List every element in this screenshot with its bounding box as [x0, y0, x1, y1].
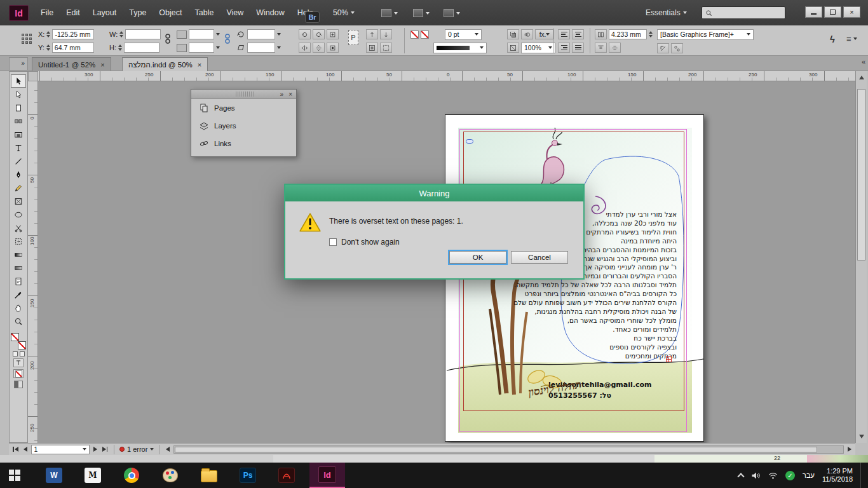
formatting-affects-text-button[interactable] — [13, 358, 24, 367]
tab-hamlatza-indd[interactable]: המלצה.indd @ 50% × — [122, 57, 208, 71]
quick-apply-button[interactable]: ϟ — [830, 33, 835, 44]
ok-button[interactable]: OK — [449, 251, 506, 264]
panel-item-pages[interactable]: Pages — [191, 99, 296, 117]
menu-table[interactable]: Table — [188, 0, 220, 25]
ruler-origin-corner[interactable] — [28, 71, 38, 81]
previous-page-button[interactable] — [22, 445, 29, 453]
dont-show-again-row[interactable]: Don't show again — [329, 238, 400, 247]
taskbar-chrome[interactable] — [118, 463, 146, 488]
menu-object[interactable]: Object — [153, 0, 188, 25]
apply-none-button[interactable] — [13, 369, 24, 378]
first-page-button[interactable] — [11, 445, 20, 453]
content-collector-tool[interactable] — [11, 128, 26, 141]
taskbar-photoshop[interactable]: Ps — [234, 463, 262, 488]
fit-content-button[interactable] — [366, 43, 378, 53]
bridge-button[interactable]: Br — [305, 11, 320, 23]
swap-swatch-icon[interactable] — [20, 351, 25, 356]
x-stepper[interactable] — [46, 31, 50, 37]
break-link-style-button[interactable] — [671, 43, 683, 53]
background-window-strip[interactable]: 22 — [0, 455, 868, 463]
default-swap-swatches[interactable] — [10, 351, 27, 356]
direct-selection-tool[interactable] — [11, 88, 26, 101]
flip-horizontal-button[interactable] — [299, 43, 311, 53]
gradient-feather-tool[interactable] — [11, 261, 26, 274]
reference-point-proxy[interactable] — [22, 33, 32, 44]
panel-close-icon[interactable]: × — [288, 91, 292, 98]
panel-item-links[interactable]: Links — [191, 135, 296, 152]
align-left-button[interactable] — [558, 29, 570, 39]
stroke-type-dropdown[interactable] — [433, 43, 487, 53]
taskbar-mail[interactable]: M — [79, 463, 107, 488]
volume-icon[interactable] — [751, 471, 761, 480]
select-container-button[interactable] — [327, 29, 339, 39]
scale-y-field[interactable] — [189, 43, 214, 53]
view-options-dropdown[interactable] — [381, 9, 398, 17]
constrain-proportions-toggle[interactable] — [164, 33, 172, 44]
tab-close-icon[interactable]: × — [100, 61, 104, 69]
stroke-weight-dropdown[interactable]: 0 pt — [445, 29, 482, 40]
effects-dropdown[interactable]: fx. — [535, 29, 554, 39]
vertical-ruler[interactable]: 0 50 100 150 200 250 — [28, 81, 38, 443]
panel-collapse-icon[interactable]: » — [280, 91, 284, 98]
line-tool[interactable] — [11, 154, 26, 168]
dont-show-again-checkbox[interactable] — [329, 238, 337, 246]
background-window-image[interactable] — [807, 455, 868, 463]
ellipse-tool[interactable] — [11, 208, 26, 221]
selection-tool[interactable] — [11, 74, 26, 88]
zoom-level-dropdown[interactable]: 50% — [333, 8, 355, 17]
menu-window[interactable]: Window — [250, 0, 290, 25]
gutter-stepper[interactable] — [649, 31, 653, 37]
shear-angle-field[interactable] — [247, 43, 275, 53]
eyedropper-tool[interactable] — [11, 288, 26, 301]
hidden-icons-chevron-icon[interactable] — [737, 473, 744, 480]
minimize-button[interactable] — [805, 6, 822, 18]
scroll-left-button[interactable] — [165, 445, 171, 453]
taskbar-acrobat[interactable] — [273, 463, 301, 488]
fit-frame-button[interactable] — [380, 43, 392, 53]
height-field[interactable] — [124, 43, 159, 53]
taskbar-word[interactable]: W — [40, 463, 68, 488]
horizontal-ruler[interactable]: 300 250 200 150 100 50 0 50 100 150 200 … — [38, 71, 855, 81]
overset-text-indicator[interactable] — [666, 356, 672, 362]
horizontal-scrollbar[interactable] — [173, 445, 844, 454]
preflight-error-label[interactable]: 1 error — [127, 445, 147, 453]
rotate-ccw-button[interactable] — [313, 29, 325, 39]
taskbar-indesign-active[interactable]: Id — [309, 463, 345, 488]
y-position-field[interactable]: 64.7 mm — [52, 43, 94, 53]
w-stepper[interactable] — [119, 31, 123, 37]
workspace-switcher[interactable]: Essentials — [646, 8, 687, 17]
vertical-align-top-button[interactable] — [595, 43, 607, 53]
panel-drag-grip[interactable] — [236, 92, 254, 97]
scale-x-field[interactable] — [189, 29, 214, 39]
scroll-up-icon[interactable] — [859, 76, 864, 79]
zoom-tool[interactable] — [11, 315, 26, 328]
free-transform-tool[interactable] — [11, 234, 26, 248]
panel-item-layers[interactable]: Layers — [191, 117, 296, 135]
close-button[interactable]: × — [843, 6, 860, 18]
floating-panel[interactable]: » × Pages Layers Links — [191, 89, 297, 157]
tab-untitled-1[interactable]: Untitled-1 @ 52% × — [32, 57, 111, 71]
maximize-button[interactable] — [824, 6, 841, 18]
taskbar-file-explorer[interactable] — [195, 463, 223, 488]
h-stepper[interactable] — [118, 44, 122, 51]
taskbar-paint[interactable] — [156, 463, 184, 488]
type-tool[interactable] — [11, 141, 26, 154]
scroll-down-icon[interactable] — [859, 435, 864, 438]
x-position-field[interactable]: -125.25 mm — [52, 29, 94, 39]
last-page-button[interactable] — [101, 445, 109, 453]
pencil-tool[interactable] — [11, 181, 26, 194]
flip-vertical-button[interactable] — [313, 43, 325, 53]
pen-tool[interactable] — [11, 168, 26, 181]
dialog-title-bar[interactable]: Warning — [285, 185, 583, 201]
menu-layout[interactable]: Layout — [86, 0, 123, 25]
fill-swatch[interactable] — [11, 333, 19, 341]
justify-button[interactable] — [572, 43, 584, 53]
rotate-cw-button[interactable] — [299, 29, 311, 39]
page-number-dropdown[interactable]: 1 — [31, 445, 90, 454]
hand-tool[interactable] — [11, 301, 26, 315]
screen-mode-dropdown[interactable] — [413, 9, 430, 17]
default-swatch-icon[interactable] — [13, 351, 18, 356]
start-button[interactable] — [0, 463, 29, 488]
horizontal-scrollbar-thumb[interactable] — [175, 447, 817, 452]
preview-mode-button[interactable] — [14, 381, 23, 388]
